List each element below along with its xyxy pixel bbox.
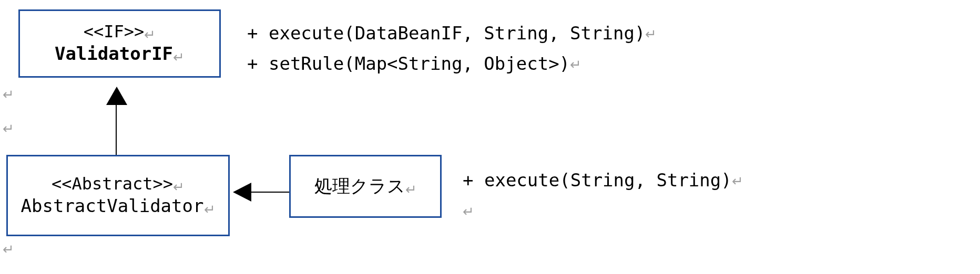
stereotype-text: <<Abstract>> (52, 174, 173, 194)
class-box-validator-if: <<IF>>↵ ValidatorIF↵ (18, 9, 221, 78)
return-mark-icon: ↵ (463, 200, 474, 223)
method-row: + execute(String, String)↵ (463, 165, 743, 196)
method-row: + execute(DataBeanIF, String, String)↵ (247, 18, 657, 49)
method-row: + setRule(Map<String, Object>)↵ (247, 49, 657, 79)
return-mark-icon: ↵ (173, 179, 185, 195)
methods-validator-if: + execute(DataBeanIF, String, String)↵ +… (247, 18, 657, 79)
method-row: ↵ (463, 196, 743, 226)
return-mark-icon: ↵ (570, 53, 581, 76)
class-name-text: ValidatorIF (55, 43, 173, 64)
class-name-row: 処理クラス↵ (314, 174, 417, 198)
class-name-text: AbstractValidator (21, 195, 204, 216)
return-mark-icon: ↵ (204, 202, 216, 218)
return-mark-icon: ↵ (173, 49, 185, 66)
return-mark-icon: ↵ (3, 87, 14, 103)
class-name-row: AbstractValidator↵ (21, 195, 216, 218)
class-box-process-class: 処理クラス↵ (289, 155, 442, 218)
arrow-line-vertical (116, 102, 117, 155)
method-text: + execute(String, String) (463, 170, 732, 191)
return-mark-icon: ↵ (144, 27, 156, 43)
arrow-line-horizontal (251, 192, 289, 193)
return-mark-icon: ↵ (732, 170, 743, 193)
return-mark-icon: ↵ (405, 182, 417, 198)
stereotype-label: <<Abstract>>↵ (52, 174, 185, 195)
class-box-abstract-validator: <<Abstract>>↵ AbstractValidator↵ (6, 155, 230, 236)
return-mark-icon: ↵ (645, 23, 657, 46)
return-mark-icon: ↵ (3, 121, 14, 137)
method-text: + setRule(Map<String, Object>) (247, 53, 570, 74)
methods-process-class: + execute(String, String)↵ ↵ (463, 165, 743, 226)
return-mark-icon: ↵ (3, 241, 14, 258)
method-text: + execute(DataBeanIF, String, String) (247, 23, 645, 44)
arrow-head-up-icon (106, 87, 127, 105)
class-name-text: 処理クラス (314, 176, 405, 196)
arrow-head-left-icon (233, 183, 251, 202)
stereotype-text: <<IF>> (84, 22, 145, 41)
class-name-row: ValidatorIF↵ (55, 43, 185, 66)
stereotype-label: <<IF>>↵ (84, 22, 156, 43)
